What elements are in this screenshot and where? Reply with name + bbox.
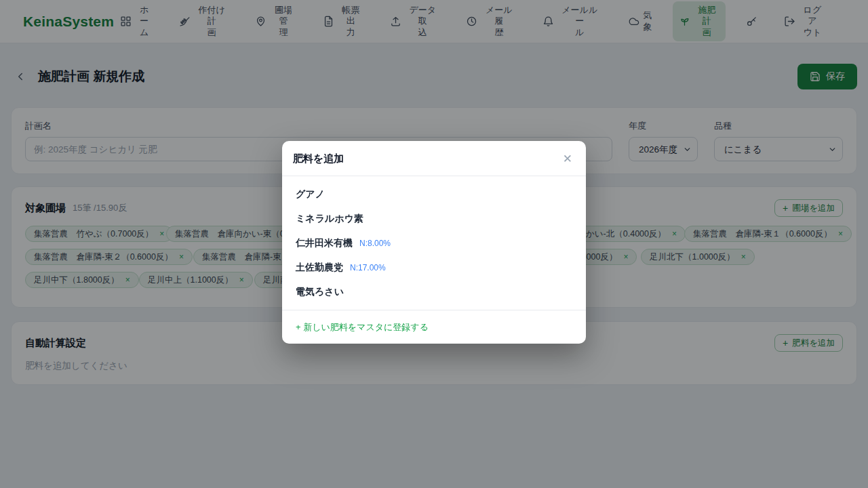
fertilizer-name: 土佐勤農党 [296, 262, 343, 274]
modal-title: 肥料を追加 [293, 152, 344, 165]
fertilizer-name: グアノ [296, 188, 325, 201]
fertilizer-item[interactable]: ミネラルホウ素 [282, 207, 586, 231]
fertilizer-item[interactable]: グアノ [282, 182, 586, 207]
register-new-fertilizer-link[interactable]: + 新しい肥料をマスタに登録する [296, 322, 429, 332]
close-icon[interactable]: ✕ [563, 153, 572, 165]
fertilizer-n-percent: N:17.00% [350, 263, 386, 272]
fertilizer-name: 電気ろさい [296, 286, 344, 298]
fertilizer-list: グアノミネラルホウ素仁井田米有機N:8.00%土佐勤農党N:17.00%電気ろさ… [282, 176, 586, 310]
fertilizer-item[interactable]: 電気ろさい [282, 280, 586, 304]
fertilizer-n-percent: N:8.00% [359, 239, 391, 248]
fertilizer-name: ミネラルホウ素 [296, 213, 363, 225]
fertilizer-name: 仁井田米有機 [296, 237, 353, 249]
fertilizer-item[interactable]: 土佐勤農党N:17.00% [282, 256, 586, 280]
fertilizer-item[interactable]: 仁井田米有機N:8.00% [282, 231, 586, 256]
add-fertilizer-modal: 肥料を追加 ✕ グアノミネラルホウ素仁井田米有機N:8.00%土佐勤農党N:17… [282, 141, 586, 344]
